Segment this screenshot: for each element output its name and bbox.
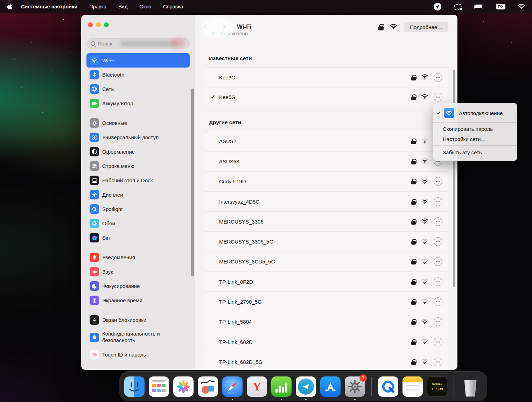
- network-row[interactable]: ✓ Kee3G: [205, 68, 448, 87]
- sidebar-item-privacy[interactable]: Конфиденциальность и безопасность: [86, 327, 190, 347]
- sidebar-item-bluetooth[interactable]: Bluetooth: [86, 68, 190, 82]
- network-row[interactable]: ✓ MERCUSYS_3306_5G: [205, 231, 448, 251]
- panel-content: Известные сети ✓ Kee3G ✓ Kee5G: [195, 55, 457, 370]
- sidebar-item-touch-id[interactable]: Touch ID и пароль: [86, 347, 190, 362]
- menu-app-name[interactable]: Системные настройки: [21, 4, 77, 9]
- sidebar-item-siri[interactable]: Siri: [86, 231, 190, 245]
- dock-telegram-icon[interactable]: [296, 376, 316, 397]
- more-options-button[interactable]: [434, 197, 442, 206]
- dock-settings-icon[interactable]: 1: [345, 376, 365, 397]
- more-options-button[interactable]: [434, 358, 442, 366]
- battery-icon[interactable]: [474, 5, 483, 9]
- location-services-icon[interactable]: [434, 3, 441, 10]
- signal-icon: [421, 298, 428, 306]
- dock-yandex-browser-icon[interactable]: Y: [247, 376, 267, 397]
- menu-item-network-settings[interactable]: Настройки сети…: [433, 134, 517, 144]
- system-settings-window: Поиск Wi-Fi Bluetooth: [81, 15, 457, 370]
- lock-icon: [411, 241, 416, 245]
- dock-safari-icon[interactable]: [222, 376, 243, 397]
- menu-item[interactable]: Вид: [118, 4, 127, 9]
- sidebar-item-label: Дисплеи: [102, 192, 123, 198]
- dock-photos-icon[interactable]: [173, 376, 194, 397]
- network-row[interactable]: ✓ Cudy-F19D: [205, 171, 448, 191]
- menu-item[interactable]: Правка: [89, 4, 106, 9]
- network-row[interactable]: ✓ TP-Link_0F2D: [205, 271, 448, 291]
- zoom-window-button[interactable]: [104, 22, 109, 27]
- panel-title: Wi-Fi: [237, 23, 251, 30]
- dock-appstore-icon[interactable]: [320, 376, 341, 397]
- close-window-button[interactable]: [88, 22, 93, 27]
- network-row[interactable]: ✓ Intersvyaz_4D5C: [205, 191, 448, 211]
- sidebar-item-accessibility[interactable]: Универсальный доступ: [86, 130, 190, 144]
- menu-item[interactable]: Справка: [163, 4, 183, 9]
- signal-icon: [421, 218, 428, 225]
- bell-icon: [90, 253, 99, 262]
- network-row[interactable]: ✓ TP-Link_682D: [205, 332, 448, 352]
- sidebar-item-desktop-dock[interactable]: Рабочий стол и Dock: [86, 173, 190, 188]
- menu-item-forget-network[interactable]: Забыть эту сеть…: [433, 147, 517, 158]
- dock-quicktime-icon[interactable]: [378, 376, 398, 397]
- signal-icon: [421, 137, 428, 145]
- network-row[interactable]: ✓ TP-Link_682D_5G: [205, 352, 448, 370]
- sidebar: Поиск Wi-Fi Bluetooth: [81, 15, 195, 370]
- panel-scrollbar[interactable]: [453, 70, 455, 287]
- dock-numbers-icon[interactable]: [271, 376, 292, 397]
- signal-icon: [421, 238, 428, 246]
- sidebar-item-spotlight[interactable]: Spotlight: [86, 202, 190, 216]
- sidebar-item-focus[interactable]: Фокусирование: [86, 279, 190, 293]
- sidebar-item-screen-time[interactable]: Экранное время: [86, 293, 190, 308]
- network-row[interactable]: ✓ ASUS2: [205, 131, 448, 151]
- apple-menu-icon[interactable]: [7, 3, 13, 10]
- sidebar-item-network[interactable]: Сеть: [86, 82, 190, 96]
- network-row[interactable]: ✓ Kee5G: [205, 87, 448, 107]
- more-options-button[interactable]: [434, 93, 442, 101]
- more-options-button[interactable]: [434, 277, 442, 286]
- more-options-button[interactable]: [434, 217, 442, 226]
- network-row[interactable]: ✓ ASUS63: [205, 151, 448, 171]
- running-indicator: [305, 399, 307, 400]
- menu-item-copy-password[interactable]: Скопировать пароль: [433, 124, 517, 134]
- network-row[interactable]: ✓ MERCUSYS_8CD5_5G: [205, 252, 448, 271]
- more-options-button[interactable]: [434, 297, 442, 306]
- launchpad-searchbar: [152, 380, 166, 382]
- notification-badge: 1: [359, 374, 367, 382]
- network-row[interactable]: ✓ TP-Link_2790_5G: [205, 291, 448, 311]
- dock-notes-icon[interactable]: [402, 376, 423, 397]
- sidebar-scrollbar[interactable]: [191, 89, 194, 276]
- sidebar-item-label: Обои: [102, 220, 115, 226]
- minimize-window-button[interactable]: [96, 22, 101, 27]
- menu-item[interactable]: Окно: [139, 4, 151, 9]
- dock-finder-icon[interactable]: [124, 376, 145, 397]
- input-language-badge[interactable]: РУ: [496, 4, 505, 9]
- sidebar-item-menu-bar[interactable]: Строка меню: [86, 159, 190, 173]
- network-name: TP-Link_2790_5G: [219, 299, 411, 305]
- more-options-button[interactable]: [434, 177, 442, 186]
- sidebar-item-appearance[interactable]: Оформление: [86, 144, 190, 159]
- more-options-button[interactable]: [434, 257, 442, 266]
- menu-item-autojoin[interactable]: ✓ Автоподключение: [433, 105, 517, 121]
- more-options-button[interactable]: [434, 73, 442, 82]
- signal-icon: [421, 358, 428, 366]
- sidebar-item-displays[interactable]: Дисплеи: [86, 188, 190, 202]
- sidebar-item-lock-screen[interactable]: Экран блокировки: [86, 313, 190, 327]
- more-options-button[interactable]: [434, 317, 442, 326]
- network-row[interactable]: ✓ MERCUSYS_3306: [205, 211, 448, 231]
- more-options-button[interactable]: [434, 338, 442, 346]
- dock-launchpad-icon[interactable]: [149, 376, 169, 397]
- sidebar-item-sound[interactable]: Звук: [86, 265, 190, 279]
- details-button[interactable]: Подробнее…: [404, 22, 448, 32]
- sidebar-item-notifications[interactable]: Уведомления: [86, 250, 190, 265]
- sidebar-item-wifi[interactable]: Wi-Fi: [86, 53, 190, 68]
- network-row[interactable]: ✓ TP-Link_5804: [205, 312, 448, 332]
- screenshot-icon[interactable]: [454, 4, 462, 10]
- dock-freeform-icon[interactable]: [198, 376, 218, 397]
- dock-minimized-terminal-icon[interactable]: WARNI Y 7:36: [427, 376, 447, 397]
- more-options-button[interactable]: [434, 237, 442, 246]
- dock-trash-icon[interactable]: [460, 376, 481, 397]
- sidebar-item-battery[interactable]: Аккумулятор: [86, 96, 190, 111]
- sidebar-item-general[interactable]: Основные: [86, 116, 190, 130]
- appearance-icon: [90, 147, 99, 156]
- siri-icon: [90, 233, 99, 242]
- wifi-status-icon[interactable]: [518, 3, 525, 10]
- sidebar-item-wallpaper[interactable]: Обои: [86, 216, 190, 231]
